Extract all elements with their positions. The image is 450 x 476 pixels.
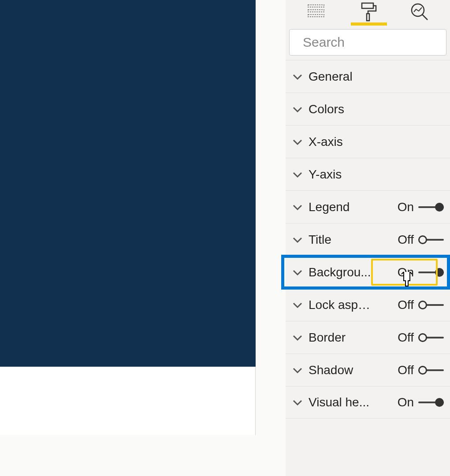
svg-rect-0	[308, 5, 324, 7]
toggle-border[interactable]: Off	[398, 331, 444, 345]
row-y-axis[interactable]: Y-axis	[286, 158, 450, 190]
format-list: General Colors X-axis Y-axis Legend	[286, 60, 450, 419]
chevron-down-icon	[292, 364, 303, 376]
toggle-state-label: Off	[398, 233, 414, 247]
row-label: Shadow	[309, 363, 375, 377]
svg-rect-1	[308, 10, 324, 12]
panel-tabs	[286, 0, 450, 26]
toggle-state-label: On	[398, 200, 414, 214]
row-label: X-axis	[309, 135, 375, 149]
chevron-down-icon	[292, 332, 303, 343]
row-background[interactable]: Backgrou... On	[286, 256, 450, 288]
row-label: Backgrou...	[309, 265, 375, 279]
toggle-switch[interactable]	[418, 202, 444, 212]
row-label: Title	[309, 233, 375, 247]
chevron-down-icon	[292, 201, 303, 213]
svg-rect-3	[362, 3, 373, 8]
analytics-icon	[410, 2, 429, 23]
tab-fields[interactable]	[299, 0, 333, 26]
row-general[interactable]: General	[286, 60, 450, 93]
toggle-switch[interactable]	[418, 365, 444, 375]
toggle-switch[interactable]	[418, 300, 444, 310]
row-x-axis[interactable]: X-axis	[286, 125, 450, 158]
toggle-state-label: On	[398, 265, 414, 279]
paint-roller-icon	[358, 2, 378, 23]
chevron-down-icon	[292, 104, 303, 115]
toggle-background[interactable]: On	[398, 265, 444, 279]
row-label: Colors	[309, 102, 375, 116]
row-border[interactable]: Border Off	[286, 321, 450, 353]
row-label: Border	[309, 331, 375, 345]
toggle-shadow[interactable]: Off	[398, 363, 444, 377]
chevron-down-icon	[292, 71, 303, 82]
toggle-state-label: Off	[398, 298, 414, 312]
chevron-down-icon	[292, 299, 303, 311]
tab-analytics[interactable]	[402, 0, 437, 26]
tab-format[interactable]	[351, 0, 385, 26]
toggle-lock-aspect[interactable]: Off	[398, 298, 444, 312]
search-input[interactable]	[303, 35, 450, 50]
format-panel: General Colors X-axis Y-axis Legend	[286, 0, 450, 476]
row-title[interactable]: Title Off	[286, 223, 450, 256]
row-label: Legend	[309, 200, 375, 214]
toggle-state-label: On	[398, 395, 414, 409]
toggle-switch[interactable]	[418, 398, 444, 407]
toggle-state-label: Off	[398, 331, 414, 345]
toggle-legend[interactable]: On	[398, 200, 444, 214]
row-legend[interactable]: Legend On	[286, 190, 450, 223]
toggle-state-label: Off	[398, 363, 414, 377]
canvas-area	[0, 0, 256, 435]
toggle-switch[interactable]	[418, 235, 444, 245]
toggle-visual-header[interactable]: On	[398, 395, 444, 409]
row-visual-header[interactable]: Visual he... On	[286, 386, 450, 419]
visual-preview[interactable]	[0, 0, 256, 367]
svg-rect-4	[367, 14, 369, 21]
row-shadow[interactable]: Shadow Off	[286, 353, 450, 386]
search-container[interactable]	[289, 29, 446, 56]
row-label: Y-axis	[309, 167, 375, 182]
chevron-down-icon	[292, 136, 303, 148]
toggle-title[interactable]: Off	[398, 233, 444, 247]
chevron-down-icon	[292, 267, 303, 278]
chevron-down-icon	[292, 397, 303, 408]
fields-icon	[306, 2, 326, 23]
svg-rect-2	[308, 15, 324, 17]
chevron-down-icon	[292, 169, 303, 180]
toggle-switch[interactable]	[418, 333, 444, 342]
chevron-down-icon	[292, 234, 303, 245]
row-colors[interactable]: Colors	[286, 93, 450, 125]
row-label: Lock aspe...	[309, 298, 375, 312]
row-label: General	[309, 70, 375, 84]
svg-line-6	[422, 15, 428, 20]
toggle-switch[interactable]	[418, 268, 444, 277]
row-label: Visual he...	[309, 395, 375, 409]
row-lock-aspect[interactable]: Lock aspe... Off	[286, 288, 450, 321]
